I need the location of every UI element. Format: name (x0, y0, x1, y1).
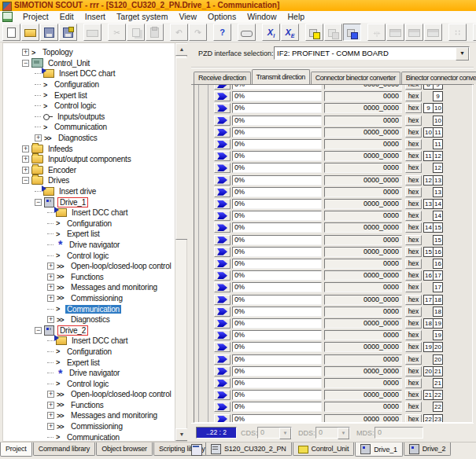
tree-item-control-logic[interactable]: >Control logic (3, 250, 175, 261)
signal-percent-field[interactable]: 0% (232, 175, 322, 185)
signal-source-button[interactable] (214, 151, 231, 161)
signal-value-field[interactable]: 0000_0000 (324, 222, 402, 233)
expand-plus-icon[interactable]: + (22, 49, 29, 56)
expand-plus-icon[interactable]: + (22, 167, 29, 174)
hex-toggle-button[interactable]: hex (405, 211, 422, 221)
signal-percent-field[interactable]: 0% (232, 259, 322, 269)
signal-percent-field[interactable]: 0% (232, 163, 322, 173)
signal-value-field[interactable]: 0000_0000 (324, 175, 402, 185)
signal-percent-field[interactable]: 0% (232, 103, 322, 113)
tree-item-control-logic[interactable]: >Control logic (3, 378, 175, 389)
tree-item-configuration[interactable]: >Configuration (3, 79, 175, 90)
signal-value-field[interactable]: 0000 (324, 139, 402, 149)
signal-percent-field[interactable]: 0% (232, 366, 322, 376)
signal-source-button[interactable] (214, 199, 231, 209)
signal-value-field[interactable]: 0000 (324, 163, 402, 173)
signal-percent-field[interactable]: 0% (232, 235, 322, 245)
signal-value-field[interactable]: 0000 (324, 211, 402, 221)
signal-source-button[interactable] (214, 318, 231, 329)
expand-plus-icon[interactable]: + (22, 145, 29, 152)
signal-source-button[interactable] (214, 187, 231, 197)
signal-value-field[interactable]: 0000 (324, 282, 402, 292)
signal-source-button[interactable] (214, 84, 231, 90)
doc-tab-control-unit[interactable]: Control_Unit (293, 442, 355, 456)
scroll-down-arrow-icon[interactable]: ▼ (175, 428, 188, 441)
signal-source-button[interactable] (214, 378, 231, 388)
menu-item-edit[interactable]: Edit (54, 11, 79, 23)
tree-scrollbar[interactable]: ▲ ▼ (175, 42, 187, 442)
context-help-button[interactable] (213, 24, 231, 41)
hex-toggle-button[interactable]: hex (405, 378, 422, 388)
signal-percent-field[interactable]: 0% (232, 282, 322, 292)
signal-source-button[interactable] (214, 295, 231, 305)
signal-percent-field[interactable]: 0% (232, 295, 322, 305)
tree-item-expert-list[interactable]: >Expert list (3, 357, 175, 368)
menu-item-project[interactable]: Project (17, 11, 54, 23)
signal-source-button[interactable] (214, 127, 231, 138)
signal-value-field[interactable]: 0000 (324, 187, 402, 197)
tree-item-messages-and-monitoring[interactable]: +>>Messages and monitoring (3, 282, 175, 293)
signal-source-button[interactable] (214, 259, 231, 269)
expand-plus-icon[interactable]: + (47, 412, 54, 419)
signal-percent-field[interactable]: 0% (232, 151, 322, 161)
signal-value-field[interactable]: 0000 (324, 378, 402, 388)
signal-value-field[interactable]: 0000_0000 (324, 342, 402, 352)
scroll-up-arrow-icon[interactable]: ▲ (175, 43, 188, 56)
signal-source-button[interactable] (214, 211, 231, 221)
signal-percent-field[interactable]: 0% (232, 354, 322, 365)
tree-item-drives[interactable]: −Drives (3, 175, 175, 186)
tab-command-library[interactable]: Command library (33, 442, 96, 456)
signal-value-field[interactable]: 0000 (324, 235, 402, 245)
signal-value-field[interactable]: 0000 (324, 116, 402, 126)
signal-source-button[interactable] (214, 247, 231, 257)
expand-plus-icon[interactable]: + (47, 263, 54, 270)
signal-value-field[interactable]: 0000_0000 (324, 270, 402, 281)
tree-item-insert-dcc-chart[interactable]: Insert DCC chart (3, 207, 175, 218)
signal-value-field[interactable]: 0000 (324, 330, 402, 340)
show-detail-view-button[interactable] (343, 24, 361, 41)
signal-percent-field[interactable]: 0% (232, 139, 322, 149)
signal-percent-field[interactable]: 0% (232, 187, 322, 197)
connect-target-button[interactable] (238, 24, 256, 41)
tree-item-insert-drive[interactable]: Insert drive (3, 186, 175, 197)
expand-plus-icon[interactable]: + (47, 284, 54, 291)
collapse-minus-icon[interactable]: − (35, 327, 42, 334)
hex-toggle-button[interactable]: hex (405, 270, 422, 281)
menu-item-view[interactable]: View (173, 11, 202, 23)
signal-percent-field[interactable]: 0% (232, 414, 322, 423)
hex-toggle-button[interactable]: hex (405, 84, 422, 90)
expand-plus-icon[interactable]: + (47, 423, 54, 430)
expand-plus-icon[interactable]: + (47, 402, 54, 409)
expand-plus-icon[interactable]: + (47, 274, 54, 281)
show-project-view-button[interactable] (305, 24, 323, 41)
tree-item-infeeds[interactable]: +Infeeds (3, 143, 175, 154)
signal-value-field[interactable]: 0000_0000 (324, 199, 402, 209)
tree-item-insert-dcc-chart[interactable]: Insert DCC chart (3, 68, 175, 79)
signal-percent-field[interactable]: 0% (232, 91, 322, 101)
tree-item-diagnostics[interactable]: +>>Diagnostics (3, 314, 175, 325)
menu-item-window[interactable]: Window (242, 11, 282, 23)
signal-source-button[interactable] (214, 175, 231, 185)
signal-percent-field[interactable]: 0% (232, 307, 322, 317)
menu-item-help[interactable]: Help (282, 11, 311, 23)
tree-item-communication[interactable]: >Communication (3, 303, 175, 314)
signal-value-field[interactable]: 0000 (324, 307, 402, 317)
signal-percent-field[interactable]: 0% (232, 84, 322, 90)
tree-item-diagnostics[interactable]: +>>Diagnostics (3, 133, 175, 144)
signal-value-field[interactable]: 0000_0000 (324, 247, 402, 257)
save-and-compile-button[interactable] (59, 24, 77, 41)
tab-connector-binector-converter[interactable]: Connector binector converter (311, 72, 400, 84)
signal-value-field[interactable]: 0000_0000 (324, 366, 402, 376)
signal-source-button[interactable] (214, 235, 231, 245)
hex-toggle-button[interactable]: hex (405, 402, 422, 412)
chevron-down-icon[interactable]: ▼ (456, 47, 469, 61)
hex-toggle-button[interactable]: hex (405, 222, 422, 233)
hex-toggle-button[interactable]: hex (405, 318, 422, 329)
signal-source-button[interactable] (214, 390, 231, 400)
tree-item-expert-list[interactable]: >Expert list (3, 90, 175, 101)
signal-source-button[interactable] (214, 116, 231, 126)
hex-toggle-button[interactable]: hex (405, 330, 422, 340)
hex-toggle-button[interactable]: hex (405, 259, 422, 269)
hex-toggle-button[interactable]: hex (405, 116, 422, 126)
hex-toggle-button[interactable]: hex (405, 163, 422, 173)
